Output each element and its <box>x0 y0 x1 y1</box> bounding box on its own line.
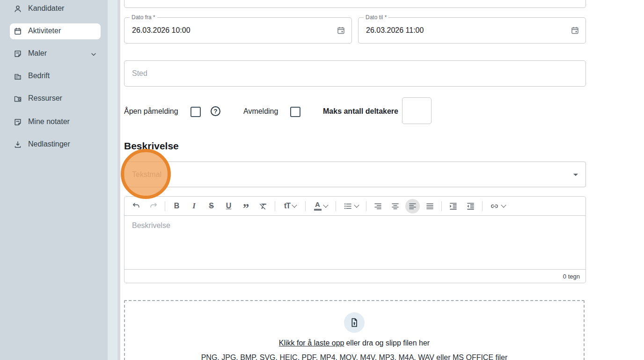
toolbar-divider <box>165 201 165 211</box>
text-color-button[interactable]: A <box>308 199 333 213</box>
date-to-label: Dato til * <box>364 14 388 21</box>
file-upload-icon <box>349 317 360 328</box>
description-placeholder: Beskrivelse <box>132 221 170 229</box>
undo-icon <box>132 201 141 211</box>
person-icon <box>13 4 22 14</box>
chevron-down-icon <box>323 202 328 207</box>
clear-formatting-icon <box>259 202 268 211</box>
text-template-placeholder: Tekstmal <box>132 170 161 179</box>
sidebar-item-label: Nedlastinger <box>28 140 70 148</box>
align-right-icon <box>373 202 382 211</box>
editor-footer: 0 tegn <box>124 269 585 283</box>
open-registration-label: Åpen påmelding <box>124 107 178 116</box>
location-field <box>124 60 586 87</box>
chevron-down-icon <box>292 202 297 207</box>
file-dropzone[interactable]: Klikk for å laste oppeller dra og slipp … <box>124 300 585 360</box>
sidebar: Kandidater Aktiviteter Maler Bedrift <box>0 0 108 360</box>
sidebar-item-nedlastinger[interactable]: Nedlastinger <box>0 133 108 156</box>
date-from-label: Dato fra * <box>130 14 157 21</box>
text-template-select[interactable]: Tekstmal <box>124 162 586 187</box>
max-participants-label: Maks antall deltakere <box>323 107 398 116</box>
editor-toolbar: B I S U ” tT A <box>124 197 585 215</box>
sidebar-gutter <box>108 0 117 360</box>
description-editor: B I S U ” tT A <box>124 196 586 283</box>
content-divider <box>117 0 120 360</box>
upload-badge <box>344 312 365 333</box>
calendar-picker-icon[interactable] <box>571 26 579 35</box>
calendar-picker-icon[interactable] <box>337 26 345 35</box>
building-icon <box>13 72 22 81</box>
toolbar-divider <box>441 201 442 211</box>
sidebar-item-label: Ressurser <box>28 94 62 103</box>
download-icon <box>13 140 22 149</box>
upload-link[interactable]: Klikk for å laste opp <box>279 339 344 347</box>
activity-title-field[interactable] <box>124 0 586 8</box>
location-input[interactable] <box>124 61 585 86</box>
active-button-highlight <box>405 199 420 213</box>
strikethrough-button[interactable]: S <box>203 199 220 213</box>
note-icon <box>13 118 22 127</box>
sidebar-item-label: Mine notater <box>28 118 70 126</box>
redo-icon <box>149 201 158 211</box>
toolbar-divider <box>305 201 306 211</box>
align-right-button[interactable] <box>369 199 387 213</box>
upload-formats: PNG, JPG, BMP, SVG, HEIC, PDF, MP4, MOV,… <box>125 353 584 360</box>
sidebar-item-label: Kandidater <box>28 4 64 13</box>
sidebar-item-aktiviteter[interactable]: Aktiviteter <box>0 20 108 43</box>
cancellation-checkbox[interactable] <box>290 107 300 117</box>
align-justify-icon <box>425 202 434 211</box>
sidebar-item-kandidater[interactable]: Kandidater <box>0 0 108 20</box>
align-center-icon <box>391 202 400 211</box>
redo-button[interactable] <box>145 199 162 213</box>
toolbar-divider <box>482 201 483 211</box>
upload-instruction: Klikk for å laste oppeller dra og slipp … <box>125 339 584 347</box>
align-left-button[interactable] <box>404 199 421 213</box>
bold-button[interactable]: B <box>168 199 185 213</box>
date-from-field[interactable]: Dato fra * 26.03.2026 10:00 <box>124 17 352 44</box>
bullet-list-icon <box>344 202 352 211</box>
cancellation-label: Avmelding <box>243 107 278 116</box>
max-participants-input[interactable] <box>402 97 432 124</box>
sidebar-item-label: Bedrift <box>28 72 50 80</box>
upload-drag-text: eller dra og slipp filen her <box>346 339 430 347</box>
clear-formatting-button[interactable] <box>255 199 272 213</box>
description-heading: Beskrivelse <box>124 140 179 152</box>
select-caret-icon <box>573 174 578 176</box>
bullet-list-button[interactable] <box>339 199 363 213</box>
sidebar-item-mine-notater[interactable]: Mine notater <box>0 111 108 133</box>
chevron-down-icon <box>501 202 506 207</box>
outdent-icon <box>466 202 475 211</box>
link-icon <box>490 201 499 211</box>
sidebar-item-label: Maler <box>28 49 47 58</box>
underline-button[interactable]: U <box>220 199 237 213</box>
char-count: 0 tegn <box>563 273 580 280</box>
date-to-field[interactable]: Dato til * 26.03.2026 11:00 <box>358 17 586 44</box>
sidebar-item-ressurser[interactable]: Ressurser <box>0 88 108 110</box>
text-color-icon: A <box>314 201 322 211</box>
calendar-icon <box>13 27 22 36</box>
help-icon[interactable]: ? <box>211 106 220 116</box>
sidebar-item-bedrift[interactable]: Bedrift <box>0 65 108 88</box>
blockquote-button[interactable]: ” <box>237 199 255 213</box>
undo-button[interactable] <box>127 199 145 213</box>
toolbar-divider <box>275 201 275 211</box>
open-registration-checkbox[interactable] <box>190 107 201 117</box>
sidebar-item-label: Aktiviteter <box>28 27 61 35</box>
folder-icon <box>13 94 22 103</box>
chevron-down-icon <box>354 202 359 207</box>
note-icon <box>13 49 22 59</box>
chevron-down-icon <box>90 51 97 58</box>
italic-button[interactable]: I <box>185 199 203 213</box>
date-from-value: 26.03.2026 10:00 <box>132 26 190 35</box>
link-button[interactable] <box>485 199 510 213</box>
description-textarea[interactable]: Beskrivelse <box>124 215 585 269</box>
indent-button[interactable] <box>445 199 462 213</box>
sidebar-item-maler[interactable]: Maler <box>0 43 108 65</box>
align-justify-button[interactable] <box>421 199 439 213</box>
font-size-button[interactable]: tT <box>278 199 302 213</box>
align-center-button[interactable] <box>387 199 404 213</box>
toolbar-divider <box>336 201 336 211</box>
toolbar-divider <box>366 201 366 211</box>
outdent-button[interactable] <box>462 199 479 213</box>
indent-icon <box>449 202 458 211</box>
